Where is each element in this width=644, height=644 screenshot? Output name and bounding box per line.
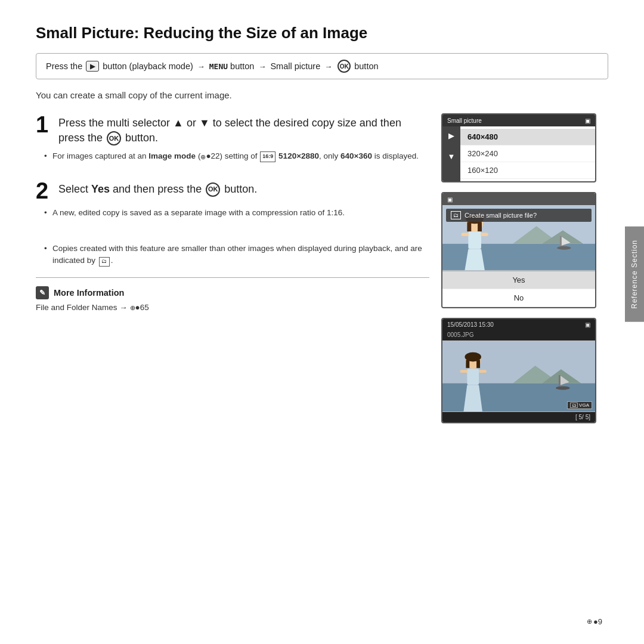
left-column: 1 Press the multi selector ▲ or ▼ to sel…	[36, 113, 441, 423]
image-mode-label: Image mode	[148, 151, 196, 160]
yes-label: Yes	[91, 183, 110, 195]
svg-rect-1	[442, 244, 595, 270]
pencil-icon: ✎	[36, 286, 49, 299]
step-1-ok-circle: OK	[107, 131, 121, 145]
step-1-number: 1	[36, 113, 52, 136]
no-button[interactable]: No	[442, 289, 595, 307]
small-pic-badge-icon: 🗂	[570, 402, 578, 408]
screen2-mockup: ▣	[441, 192, 596, 308]
nav-suffix: button	[354, 61, 378, 71]
screen3-mockup: 15/05/2013 15:30 ▣ 0005.JPG	[441, 318, 596, 423]
nav-down-arrow: ▼	[448, 152, 456, 161]
yes-button[interactable]: Yes	[442, 271, 595, 289]
svg-point-6	[557, 246, 571, 250]
image-mode-icon: 16:9	[260, 151, 275, 162]
screen3-datetime: 15/05/2013 15:30	[447, 321, 494, 328]
playback-button-icon: ▶	[86, 61, 99, 72]
intro-text: You can create a small copy of the curre…	[36, 90, 608, 100]
svg-rect-11	[468, 231, 481, 249]
step-1-text: Press the multi selector ▲ or ▼ to selec…	[58, 113, 429, 145]
dialog-file-icon: 🗂	[451, 211, 461, 219]
svg-rect-12	[462, 233, 469, 236]
step-2-text: Select Yes and then press the OK button.	[58, 179, 257, 197]
step-2-header: 2 Select Yes and then press the OK butto…	[36, 179, 429, 202]
svg-rect-25	[476, 360, 480, 368]
dialog-text: Create small picture file?	[465, 212, 537, 219]
screen3-image-area: 🗂 VGA	[442, 340, 595, 412]
svg-rect-19	[559, 375, 561, 388]
link-icon-1: ⊕	[200, 152, 206, 162]
menu-item-320[interactable]: 320×240	[460, 145, 595, 162]
menu-item-160[interactable]: 160×120	[460, 162, 595, 179]
reference-tab: Reference Section	[625, 227, 644, 322]
link-sym-2: ⊕	[130, 304, 135, 311]
screen3-info-bar: 15/05/2013 15:30 ▣	[442, 319, 595, 330]
screen1-nav-left: ▶ ▼	[442, 126, 460, 181]
vga-badge: 🗂 VGA	[567, 401, 592, 409]
ok-button-icon: OK	[338, 60, 351, 73]
step-1: 1 Press the multi selector ▲ or ▼ to sel…	[36, 113, 429, 163]
step-2-ok-circle: OK	[206, 182, 220, 197]
nav-prefix: Press the	[46, 61, 82, 71]
more-info-header: ✎ More Information	[36, 286, 429, 299]
screen3-filename: 0005.JPG	[442, 330, 595, 340]
svg-point-21	[556, 386, 570, 390]
nav-small-pic: Small picture	[270, 61, 320, 71]
resolution-5120: 5120×2880	[278, 151, 319, 160]
menu-button-label: MENU	[209, 62, 228, 71]
page: Small Picture: Reducing the Size of an I…	[0, 0, 644, 644]
screen1-menu-items: 640×480 320×240 160×120	[460, 126, 595, 181]
step-1-header: 1 Press the multi selector ▲ or ▼ to sel…	[36, 113, 429, 145]
step-2: 2 Select Yes and then press the OK butto…	[36, 179, 429, 219]
resolution-640: 640×360	[340, 151, 372, 160]
svg-rect-4	[560, 236, 562, 248]
nav-arrow3: →	[324, 62, 332, 71]
page-title: Small Picture: Reducing the Size of an I…	[36, 24, 608, 42]
link-sym-page: ⊕	[587, 618, 592, 626]
screen1-title: Small picture	[447, 117, 482, 124]
step-1-bullet-1: For images captured at an Image mode (⊕●…	[44, 150, 429, 162]
nav-breadcrumb: Press the ▶ button (playback mode) → MEN…	[36, 53, 608, 79]
page-number: ⊕ ●9	[587, 617, 602, 626]
screen2-battery-icon: ▣	[447, 196, 453, 203]
step-2-number: 2	[36, 179, 52, 202]
more-info-link: File and Folder Names → ⊕●65	[36, 303, 429, 312]
menu-item-640[interactable]: 640×480	[460, 129, 595, 145]
dialog-overlay: 🗂 Create small picture file?	[446, 209, 592, 222]
more-info-title: More Information	[54, 288, 124, 298]
screen2-image-area: 🗂 Create small picture file?	[442, 205, 595, 271]
screen2-yes-no: Yes No	[442, 271, 595, 307]
small-pic-icon: 🗂	[99, 257, 110, 267]
screen1-menu-body: ▶ ▼ 640×480 320×240 160×120	[442, 126, 595, 181]
extra-bullet-1: Copies created with this feature are sma…	[44, 243, 429, 267]
svg-rect-28	[479, 370, 487, 373]
nav-text1: button (playback mode)	[103, 61, 193, 71]
screen1-top-bar: Small picture ▣	[442, 114, 595, 126]
vga-label: VGA	[579, 402, 589, 408]
screen3-battery: ▣	[585, 321, 590, 328]
step-2-bullets: A new, edited copy is saved as a separat…	[36, 207, 429, 219]
svg-rect-26	[467, 369, 479, 385]
screen1-mockup: Small picture ▣ ▶ ▼ 640×480 320×240 160×…	[441, 113, 596, 182]
screen1-battery: ▣	[585, 117, 590, 124]
main-content: 1 Press the multi selector ▲ or ▼ to sel…	[36, 113, 608, 423]
svg-rect-27	[460, 370, 468, 373]
screen2-top-bar: ▣	[442, 193, 595, 205]
nav-arrow1: →	[197, 62, 205, 71]
step-1-bullets: For images captured at an Image mode (⊕●…	[36, 150, 429, 162]
nav-arrow2: →	[258, 62, 266, 71]
step-1-text-main: Press the multi selector ▲ or ▼ to selec…	[58, 117, 401, 144]
extra-bullet-section: Copies created with this feature are sma…	[36, 243, 429, 267]
nav-up-arrow: ▶	[448, 131, 454, 140]
svg-rect-10	[478, 222, 482, 231]
svg-rect-13	[481, 233, 488, 236]
screen3-counter: [ 5/ 5]	[442, 412, 595, 422]
extra-bullets: Copies created with this feature are sma…	[36, 243, 429, 267]
step-2-bullet-1: A new, edited copy is saved as a separat…	[44, 207, 429, 219]
more-info-section: ✎ More Information File and Folder Names…	[36, 277, 429, 312]
nav-text2: button	[230, 61, 254, 71]
svg-rect-24	[466, 360, 469, 368]
svg-rect-9	[467, 222, 471, 231]
right-column: Small picture ▣ ▶ ▼ 640×480 320×240 160×…	[441, 113, 608, 423]
